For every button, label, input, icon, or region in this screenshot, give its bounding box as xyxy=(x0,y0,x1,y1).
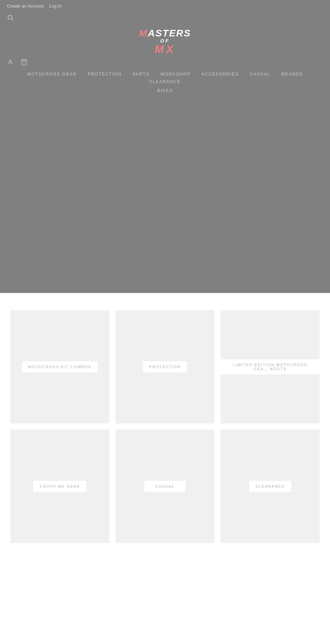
main-nav: MOTOCROSS GEAR PROTECTION PARTS WORKSHOP… xyxy=(7,68,323,87)
icons-row xyxy=(7,57,323,68)
grid-item-protection[interactable]: PROTECTION xyxy=(116,310,214,423)
hero-banner xyxy=(0,97,330,293)
nav-protection[interactable]: PROTECTION xyxy=(82,70,127,78)
svg-point-2 xyxy=(9,60,12,62)
svg-point-0 xyxy=(8,15,12,19)
header: Create an Account Log In MASTERS OF MX xyxy=(0,0,330,97)
logo-text: MASTERS xyxy=(139,29,191,38)
grid-label-casual: CASUAL xyxy=(144,481,186,492)
nav-casual[interactable]: CASUAL xyxy=(244,70,276,78)
nav-clearance[interactable]: CLEARANCE xyxy=(144,78,186,86)
logo[interactable]: MASTERS OF MX xyxy=(139,29,191,55)
grid-item-motocross-kit-combos[interactable]: MOTOCROSS KIT COMBOS xyxy=(10,310,109,423)
logo-row: MASTERS OF MX xyxy=(7,25,323,57)
grid-item-clearance[interactable]: CLEARANCE xyxy=(221,430,320,543)
nav-brands[interactable]: BRANDS xyxy=(276,70,308,78)
grid-item-casual[interactable]: CASUAL xyxy=(116,430,214,543)
top-links: Create an Account Log In xyxy=(7,3,323,11)
search-icon xyxy=(7,14,14,21)
grid-label-clearance: CLEARANCE xyxy=(249,481,291,492)
user-icon-button[interactable] xyxy=(7,59,14,67)
cart-icon xyxy=(21,59,28,66)
category-grid: MOTOCROSS KIT COMBOS PROTECTION LIMITED … xyxy=(10,310,320,543)
grid-item-youth-mx-gear[interactable]: YOUTH MX GEAR xyxy=(10,430,109,543)
grid-label-youth-mx-gear: YOUTH MX GEAR xyxy=(33,481,86,492)
login-link[interactable]: Log In xyxy=(49,3,62,9)
create-account-link[interactable]: Create an Account xyxy=(7,3,44,9)
grid-item-limited-edition[interactable]: LIMITED EDITION MOTOCROSS GEA… BOOTS xyxy=(221,310,320,423)
grid-label-protection: PROTECTION xyxy=(143,361,187,372)
logo-mx: MX xyxy=(139,44,191,55)
svg-line-1 xyxy=(12,19,13,21)
nav-parts[interactable]: PARTS xyxy=(127,70,155,78)
grid-label-limited-edition: LIMITED EDITION MOTOCROSS GEA… BOOTS xyxy=(221,359,320,374)
grid-label-motocross-kit-combos: MOTOCROSS KIT COMBOS xyxy=(22,361,98,372)
cart-icon-button[interactable] xyxy=(21,59,28,67)
nav-row-2: BIKES xyxy=(7,87,323,97)
search-button[interactable] xyxy=(7,14,14,22)
nav-bikes[interactable]: BIKES xyxy=(152,87,178,94)
nav-motocross-gear[interactable]: MOTOCROSS GEAR xyxy=(22,70,82,78)
category-grid-section: MOTOCROSS KIT COMBOS PROTECTION LIMITED … xyxy=(0,293,330,553)
nav-workshop[interactable]: WORKSHOP xyxy=(155,70,196,78)
user-icon xyxy=(7,59,14,66)
spacer-1 xyxy=(0,553,330,644)
nav-accessories[interactable]: ACCESSORIES xyxy=(196,70,244,78)
